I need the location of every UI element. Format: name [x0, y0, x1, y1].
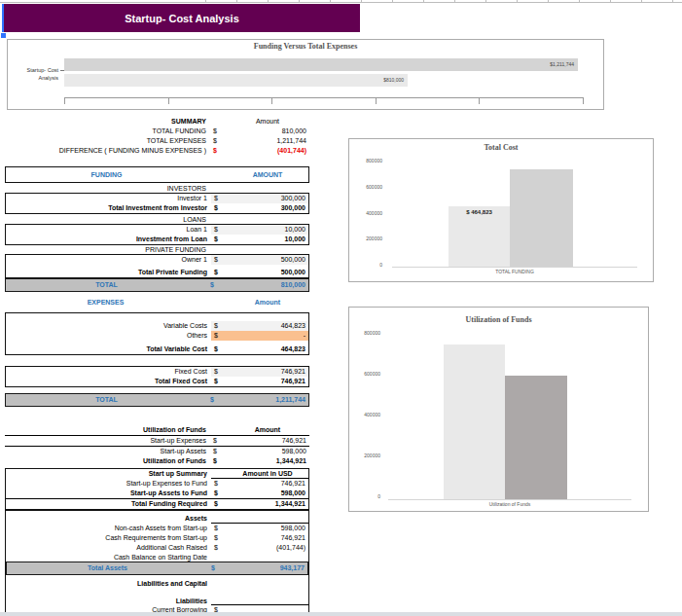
row-currency[interactable]: $	[211, 331, 230, 341]
row-label: Utilization of Funds	[5, 425, 210, 435]
row-currency	[211, 597, 230, 605]
total-assets-row: Total Assets$943,177	[6, 562, 308, 575]
others-row: Others$-	[6, 331, 308, 341]
row-label	[6, 589, 211, 597]
row-label: Assets	[6, 514, 211, 524]
row-currency	[210, 184, 229, 193]
row-amount[interactable]: 464,823	[230, 321, 308, 331]
total-fixed-cost-row: Total Fixed Cost$746,921	[6, 377, 308, 386]
row-amount: 464,823	[230, 344, 308, 354]
total-private-funding-row: Total Private Funding$500,000	[6, 268, 308, 277]
row-label: Fixed Cost	[6, 367, 211, 377]
axis-tick-label: 0	[377, 494, 380, 499]
row-label: Total Fixed Cost	[6, 377, 211, 386]
row-amount: 810,000	[226, 279, 308, 291]
row-currency[interactable]: $	[211, 255, 230, 265]
row-currency	[210, 245, 229, 254]
row-amount: 598,000	[230, 489, 308, 498]
row-currency	[210, 425, 229, 435]
investor1-row: Investor 1$300,000	[6, 194, 308, 203]
row-amount[interactable]: 500,000	[230, 255, 308, 265]
row-amount: 943,177	[227, 562, 307, 574]
row-currency[interactable]: $	[211, 194, 230, 203]
startup-summary-table: Start up SummaryAmount in USDStart-up Ex…	[5, 468, 309, 510]
funding-total-row: TOTAL$810,000	[5, 278, 309, 292]
row-amount: (401,744)	[230, 543, 308, 553]
row-label: Investment from Loan	[6, 235, 211, 244]
axis-tick-label: 400000	[366, 211, 382, 216]
private-funding-heading: PRIVATE FUNDING	[5, 245, 309, 254]
row-amount: Amount	[229, 425, 309, 435]
row-label: TOTAL EXPENSES	[5, 136, 210, 146]
summary-header-row: SUMMARYAmount	[5, 117, 309, 127]
row-label: Variable Costs	[6, 321, 211, 331]
row-currency	[211, 589, 230, 597]
selection-handle[interactable]	[0, 32, 7, 39]
row-label: Utilization of Funds	[5, 456, 210, 466]
table-row	[6, 589, 308, 597]
row-currency: $	[207, 279, 226, 291]
bar-total-funding: $810,000	[64, 74, 408, 87]
row-currency	[210, 117, 229, 127]
x-axis-category-label: Utilization of Funds	[388, 501, 631, 507]
private-funding-table: Owner 1$500,000Total Private Funding$500…	[5, 254, 309, 278]
row-label: INVESTORS	[5, 184, 210, 193]
row-label: Cash Balance on Starting Date	[6, 553, 211, 562]
data-label-variable-cost: $ 464,823	[449, 209, 510, 215]
private-funding-heading: PRIVATE FUNDING	[5, 245, 309, 254]
chart-utilization-of-funds[interactable]: Utilization of Funds 8000006000004000002…	[348, 307, 649, 512]
row-amount: 10,000	[230, 235, 308, 244]
investors-heading: INVESTORS	[5, 184, 309, 193]
chart-total-cost[interactable]: Total Cost 8000006000004000002000000 $ 4…	[348, 138, 654, 282]
chart-funding-vs-expenses[interactable]: Funding Versus Total Expenses Startup- C…	[7, 39, 604, 110]
axis-tick-label: 200000	[366, 236, 382, 241]
row-label: LOANS	[5, 215, 210, 224]
row-currency: $	[210, 146, 229, 156]
startup-assets-row: Start-up Assets$598,000	[5, 447, 309, 456]
data-label-total-expenses: $1,211,744	[550, 58, 574, 71]
axis-tick-label: 400000	[364, 413, 380, 417]
bar-variable-cost: $ 464,823	[449, 206, 510, 267]
row-amount: 500,000	[230, 268, 308, 277]
row-currency: $	[210, 456, 229, 466]
row-label: Start-up Assets to Fund	[6, 489, 211, 498]
row-amount[interactable]: 300,000	[230, 194, 308, 203]
row-amount	[230, 313, 308, 321]
difference-row: DIFFERENCE ( FUNDING MINUS EXPENSES )$(4…	[5, 146, 309, 156]
row-amount[interactable]: 746,921	[230, 367, 308, 377]
row-amount[interactable]: -	[230, 331, 308, 341]
row-currency[interactable]: $	[211, 321, 230, 331]
total-expenses-row: TOTAL EXPENSES$1,211,744	[5, 136, 309, 146]
axis-tick-label: 600000	[364, 372, 380, 377]
row-label: Start up Summary	[6, 469, 211, 479]
fixed-cost-row: Fixed Cost$746,921	[6, 367, 308, 377]
row-currency: $	[211, 543, 230, 553]
row-label: PRIVATE FUNDING	[5, 245, 210, 254]
row-amount	[229, 215, 309, 224]
row-label	[6, 313, 211, 321]
row-label: Non-cash Assets from Start-up	[6, 524, 211, 533]
row-currency: $	[211, 235, 230, 244]
row-label: TOTAL FUNDING	[5, 127, 210, 136]
expenses-to-fund-row: Start-up Expenses to Fund$746,921	[6, 479, 308, 489]
data-label-total-funding: $810,000	[383, 74, 404, 87]
row-label: DIFFERENCE ( FUNDING MINUS EXPENSES )	[5, 146, 210, 156]
loans-heading: LOANS	[5, 215, 309, 224]
row-currency: $	[211, 344, 230, 354]
row-currency: $	[211, 489, 230, 498]
row-currency: $	[211, 479, 230, 489]
startup-summary-header-row: Start up SummaryAmount in USD	[6, 469, 308, 479]
row-label: Total Assets	[7, 562, 208, 574]
utilization-total-row: Utilization of Funds$1,344,921	[5, 456, 309, 466]
row-amount: 746,921	[230, 479, 308, 489]
row-amount: Amount in USD	[230, 469, 308, 479]
cash-balance-row: Cash Balance on Starting Date	[6, 553, 308, 562]
row-amount[interactable]: 10,000	[230, 225, 308, 235]
assets-table: AssetsNon-cash Assets from Start-up$598,…	[5, 510, 309, 616]
row-currency[interactable]: $	[211, 225, 230, 235]
title-banner-cell[interactable]: Startup- Cost Analysis	[2, 4, 360, 32]
row-currency[interactable]: $	[211, 367, 230, 377]
row-amount: 300,000	[230, 203, 308, 213]
row-currency: $	[210, 136, 229, 146]
expenses-header: EXPENSESAmount	[5, 298, 309, 308]
